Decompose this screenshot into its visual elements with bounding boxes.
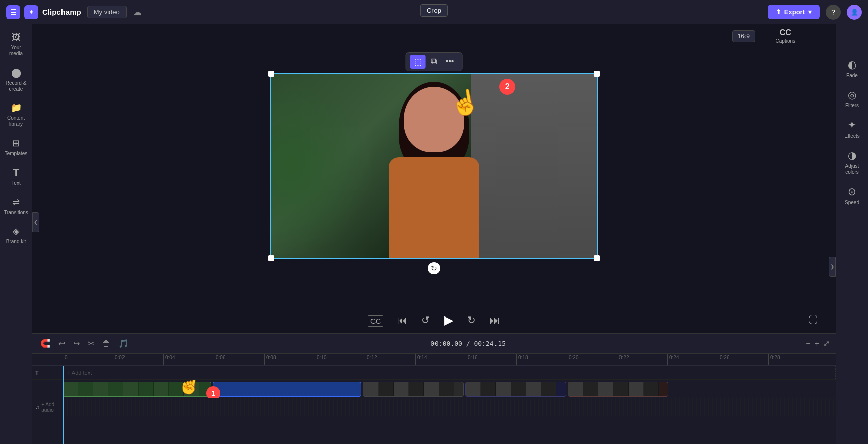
preview-container: ⬚ ⧉ ••• <box>270 73 598 259</box>
woman-body <box>389 157 479 258</box>
crop-tool-button[interactable]: ⬚ <box>410 55 426 69</box>
step-badge-2: 2 <box>499 79 515 95</box>
export-icon: ⬆ <box>776 8 781 16</box>
fullscreen-button[interactable]: ⛶ <box>805 312 821 329</box>
video-clip-2[interactable] <box>213 382 361 397</box>
timeline-tools: 🧲 ↩ ↪ ✂ 🗑 🎵 <box>38 337 131 350</box>
sidebar-item-adjust-colors[interactable]: ◑ Adjust colors <box>838 145 866 179</box>
clip-dark-thumbnails-2 <box>466 382 566 396</box>
ruler-mark: 0:04 <box>163 354 214 365</box>
audio-button[interactable]: 🎵 <box>116 337 131 350</box>
ruler-mark: 0:12 <box>365 354 415 365</box>
captions-toggle-left[interactable]: CC <box>365 311 386 329</box>
help-button[interactable]: ? <box>826 5 841 20</box>
redo-button[interactable]: ↪ <box>71 337 82 350</box>
captions-button[interactable]: CC Captions <box>776 28 795 44</box>
audio-track-label: ♫ + Add audio <box>32 402 63 413</box>
video-clip-5[interactable] <box>568 382 668 397</box>
timeline-playhead[interactable] <box>63 366 64 444</box>
content-library-icon: 📁 <box>11 102 22 113</box>
controls-bar: CC ⏮ ↺ ▶ ↻ ⏭ ⛶ <box>32 307 836 333</box>
crop-handle-bottom-right[interactable] <box>594 255 600 261</box>
ruler-mark: 0:24 <box>667 354 718 365</box>
audio-track-content <box>63 398 836 416</box>
ruler-mark: 0:28 <box>768 354 819 365</box>
dark-frame <box>511 382 526 396</box>
export-button[interactable]: ⬆ Export ▾ <box>768 5 820 19</box>
pip-tool-button[interactable]: ⧉ <box>427 55 441 68</box>
sidebar-item-templates[interactable]: ⊞ Templates <box>2 134 30 161</box>
user-avatar[interactable]: 👤 <box>847 5 862 20</box>
sidebar-item-effects[interactable]: ✦ Effects <box>838 115 866 143</box>
right-sidebar-collapse-button[interactable]: ❯ <box>829 257 836 277</box>
captions-left-icon: CC <box>368 315 383 327</box>
app-logo: ☰ ✦ Clipchamp <box>6 5 81 19</box>
video-background <box>271 74 597 258</box>
add-text-area[interactable]: + Add text <box>63 366 836 379</box>
dark-frame <box>379 382 394 396</box>
zoom-out-button[interactable]: − <box>805 339 810 348</box>
sidebar-item-record-create[interactable]: ⬤ Record & create <box>2 63 30 96</box>
sidebar-item-your-media[interactable]: 🖼 Your media <box>2 28 30 61</box>
skip-to-start-button[interactable]: ⏮ <box>394 311 410 329</box>
crop-handle-bottom-left[interactable] <box>268 255 274 261</box>
sidebar-item-filters[interactable]: ◎ Filters <box>838 85 866 113</box>
sidebar-item-fade[interactable]: ◐ Fade <box>838 54 866 83</box>
hamburger-menu[interactable]: ☰ <box>6 5 20 19</box>
text-track-icon: T <box>35 370 39 376</box>
timeline-ruler: 0 0:02 0:04 0:06 0:08 0:10 0:12 0:14 0:1… <box>32 354 836 366</box>
crop-toolbar: ⬚ ⧉ ••• <box>406 52 463 71</box>
topbar: ☰ ✦ Clipchamp My video ☁ Crop ⬆ Export ▾… <box>0 0 868 24</box>
video-clip-3[interactable] <box>363 382 464 397</box>
your-media-icon: 🖼 <box>12 32 21 43</box>
zoom-in-button[interactable]: + <box>815 339 819 348</box>
video-title[interactable]: My video <box>87 6 127 18</box>
play-button[interactable]: ▶ <box>441 310 456 330</box>
crop-tooltip: Crop <box>420 4 448 17</box>
add-text-row: T + Add text <box>32 366 836 380</box>
video-clip-4[interactable] <box>465 382 566 397</box>
video-clip-1[interactable] <box>63 382 211 397</box>
app-name: Clipchamp <box>42 8 81 16</box>
sync-icon: ☁ <box>133 7 142 18</box>
topbar-right: ⬆ Export ▾ ? 👤 <box>768 5 862 20</box>
templates-icon: ⊞ <box>12 138 20 149</box>
rewind-button[interactable]: ↺ <box>418 311 433 329</box>
thumb-frame <box>93 382 108 396</box>
captions-icon: CC <box>780 28 791 37</box>
dark-frame <box>394 382 409 396</box>
sidebar-item-content-library[interactable]: 📁 Content library <box>2 98 30 132</box>
text-icon: T <box>13 167 19 178</box>
dark-frame <box>363 382 379 396</box>
sidebar-item-brand-kit[interactable]: ◈ Brand kit <box>2 222 30 249</box>
ruler-marks: 0 0:02 0:04 0:06 0:08 0:10 0:12 0:14 0:1… <box>32 354 836 365</box>
skip-to-end-button[interactable]: ⏭ <box>487 311 503 329</box>
thumb-frame <box>154 382 169 396</box>
zoom-fit-button[interactable]: ⤢ <box>823 339 830 348</box>
ruler-mark: 0:26 <box>718 354 768 365</box>
clip-dark-thumbnails <box>363 382 463 396</box>
magnet-tool[interactable]: 🧲 <box>38 337 52 350</box>
sidebar-item-transitions[interactable]: ⇌ Transitions <box>2 193 30 220</box>
rotate-handle[interactable]: ↻ <box>428 262 440 274</box>
crop-handle-top-left[interactable] <box>268 71 274 77</box>
cut-button[interactable]: ✂ <box>86 337 96 350</box>
dark-frame <box>496 382 511 396</box>
delete-button[interactable]: 🗑 <box>100 337 112 350</box>
audio-track-icon: ♫ <box>35 404 39 410</box>
fast-forward-button[interactable]: ↻ <box>464 311 479 329</box>
thumb-frame <box>78 382 93 396</box>
step-badge-1: 1 <box>206 386 220 398</box>
sidebar-item-text[interactable]: T Text <box>2 163 30 191</box>
more-options-button[interactable]: ••• <box>442 55 458 68</box>
audio-track-row: ♫ + Add audio <box>32 398 836 416</box>
aspect-ratio-badge[interactable]: 16:9 <box>732 30 755 42</box>
fade-icon: ◐ <box>848 58 856 71</box>
sidebar-item-speed[interactable]: ⊙ Speed <box>838 181 866 210</box>
ruler-mark: 0:16 <box>466 354 516 365</box>
left-sidebar-collapse-button[interactable]: ❮ <box>32 212 39 232</box>
thumb-frame <box>139 382 154 396</box>
crop-handle-top-right[interactable] <box>594 71 600 77</box>
timeline-header: 🧲 ↩ ↪ ✂ 🗑 🎵 00:00.00 / 00:24.15 − + ⤢ <box>32 334 836 354</box>
undo-button[interactable]: ↩ <box>56 337 67 350</box>
